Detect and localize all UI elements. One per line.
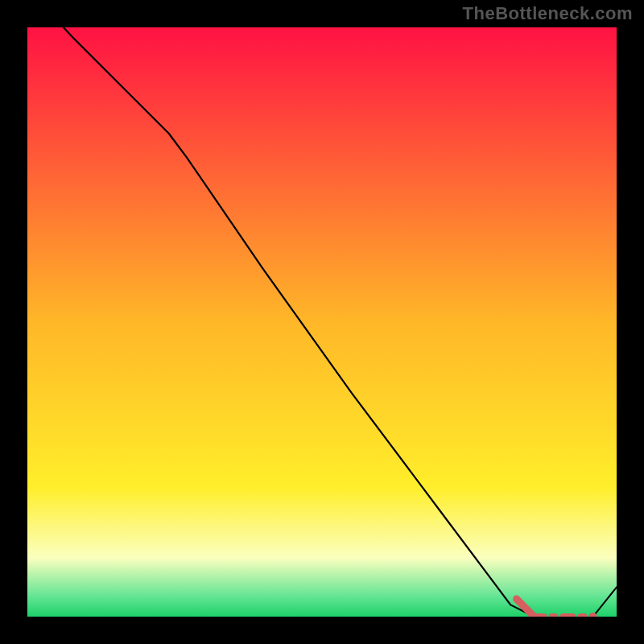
gradient-background <box>27 27 617 617</box>
watermark-text: TheBottleneck.com <box>463 3 633 24</box>
plot-area <box>27 27 617 617</box>
chart-svg <box>27 27 617 617</box>
chart-container: TheBottleneck.com <box>0 0 644 644</box>
